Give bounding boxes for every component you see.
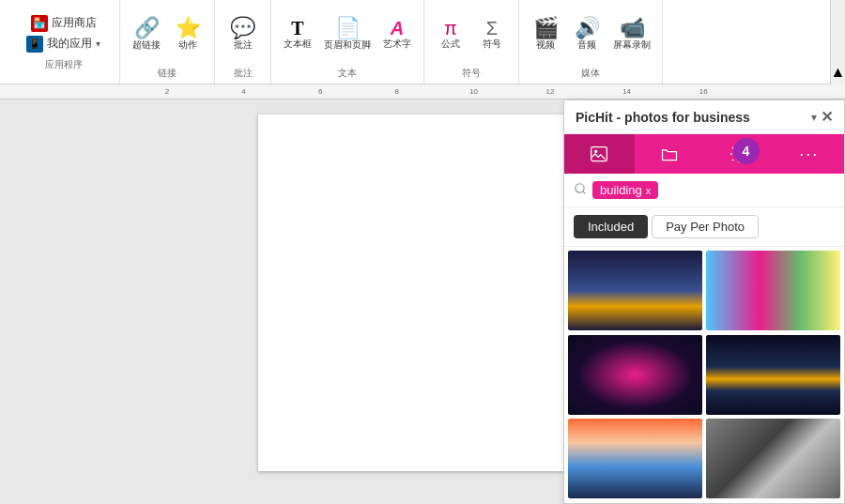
video-icon: 🎬 (533, 18, 559, 38)
photo-item-5[interactable] (568, 419, 702, 498)
ribbon-section-comments: 💬 批注 批注 (215, 0, 271, 84)
links-section-label: 链接 (158, 65, 177, 80)
document-page (258, 115, 587, 471)
toolbar-settings-button[interactable]: 4 (704, 134, 775, 174)
more-icon: ··· (799, 145, 819, 164)
main-area: PicHit - photos for business ▾ ✕ (0, 99, 845, 504)
art-text-label: 艺术字 (383, 38, 411, 51)
folder-icon (660, 145, 679, 163)
screen-record-button[interactable]: 📹 屏幕录制 (609, 16, 654, 53)
comment-icon: 💬 (230, 18, 255, 38)
formula-button[interactable]: π 公式 (432, 17, 469, 53)
hyperlink-button[interactable]: 🔗 超链接 (128, 16, 165, 53)
photo-item-3[interactable] (568, 335, 702, 415)
action-button[interactable]: ⭐ 动作 (169, 16, 207, 53)
tab-included[interactable]: Included (574, 215, 648, 238)
media-icons: 🎬 视频 🔊 音频 📹 屏幕录制 (527, 4, 654, 65)
app-store-button[interactable]: 🏪 应用商店 (27, 13, 100, 34)
svg-point-3 (576, 184, 584, 192)
photos-grid (564, 247, 844, 503)
photo-item-4[interactable] (706, 335, 840, 415)
links-icons: 🔗 超链接 ⭐ 动作 (128, 4, 207, 65)
ribbon-section-media: 🎬 视频 🔊 音频 📹 屏幕录制 媒体 (519, 0, 663, 84)
photo-item-1[interactable] (568, 251, 702, 330)
comment-label: 批注 (234, 38, 253, 52)
pichit-header-actions: ▾ ✕ (811, 108, 833, 126)
screen-record-icon: 📹 (620, 18, 645, 38)
search-tag-close-button[interactable]: x (646, 185, 652, 196)
text-section-label: 文本 (338, 65, 357, 80)
video-label: 视频 (536, 38, 555, 52)
symbol-label: 符号 (483, 38, 501, 51)
toolbar-folder-button[interactable] (635, 134, 705, 174)
ruler-tick-10: 10 (469, 87, 478, 96)
badge-count: 4 (733, 138, 760, 164)
ruler-marks: 2 4 6 8 10 12 14 16 (103, 84, 742, 99)
header-footer-button[interactable]: 📄 页眉和页脚 (320, 16, 375, 53)
pichit-header: PicHit - photos for business ▾ ✕ (564, 100, 844, 134)
action-label: 动作 (178, 38, 197, 52)
art-text-icon: A (391, 19, 404, 38)
ruler-tick-16: 16 (699, 87, 708, 96)
pichit-close-button[interactable]: ✕ (821, 108, 833, 126)
ribbon-section-text: T 文本框 📄 页眉和页脚 A 艺术字 文本 (271, 0, 424, 84)
pichit-search-bar: building x (564, 174, 844, 207)
search-tag-building[interactable]: building x (592, 181, 658, 199)
search-icon (574, 182, 587, 198)
app-store-icon: 🏪 (31, 15, 48, 32)
app-store-label: 应用商店 (52, 15, 97, 31)
ruler-tick-6: 6 (318, 87, 322, 96)
textbox-label: 文本框 (284, 38, 312, 51)
symbols-section-label: 符号 (462, 65, 481, 80)
audio-icon: 🔊 (575, 18, 600, 38)
audio-button[interactable]: 🔊 音频 (568, 16, 606, 53)
audio-label: 音频 (577, 38, 596, 52)
ribbon: 🏪 应用商店 📱 我的应用 ▾ 应用程序 🔗 超链接 ⭐ (0, 0, 845, 84)
action-icon: ⭐ (176, 18, 201, 38)
header-footer-icon: 📄 (335, 18, 361, 38)
ruler: 2 4 6 8 10 12 14 16 (0, 84, 845, 99)
screen-record-label: 屏幕录制 (613, 38, 651, 52)
ruler-tick-8: 8 (395, 87, 399, 96)
pichit-chevron-button[interactable]: ▾ (811, 111, 817, 124)
ruler-tick-14: 14 (622, 87, 631, 96)
ruler-tick-12: 12 (546, 87, 555, 96)
hyperlink-icon: 🔗 (134, 18, 160, 38)
svg-point-1 (594, 150, 597, 153)
text-icons: T 文本框 📄 页眉和页脚 A 艺术字 (279, 4, 416, 65)
photo-item-2[interactable] (706, 251, 840, 330)
photo-item-6[interactable] (706, 419, 840, 498)
comments-section-label: 批注 (234, 65, 253, 80)
my-apps-icon: 📱 (26, 36, 43, 53)
toolbar-photos-button[interactable] (564, 134, 635, 174)
formula-icon: π (444, 19, 457, 38)
art-text-button[interactable]: A 艺术字 (378, 17, 416, 53)
textbox-icon: T (291, 19, 303, 38)
ribbon-section-symbols: π 公式 Σ 符号 符号 (424, 0, 519, 84)
ribbon-section-apps: 🏪 应用商店 📱 我的应用 ▾ 应用程序 (8, 0, 120, 84)
search-tag-text: building (600, 183, 642, 197)
video-button[interactable]: 🎬 视频 (527, 16, 564, 53)
header-footer-label: 页眉和页脚 (324, 38, 371, 52)
hyperlink-label: 超链接 (132, 38, 161, 52)
formula-label: 公式 (441, 38, 460, 51)
ruler-tick-4: 4 (241, 87, 245, 96)
my-apps-button[interactable]: 📱 我的应用 ▾ (23, 34, 104, 54)
pichit-title: PicHit - photos for business (576, 110, 750, 125)
pichit-tabs: Included Pay Per Photo (564, 207, 844, 247)
toolbar-more-button[interactable]: ··· (775, 134, 845, 174)
comments-icons: 💬 批注 (224, 4, 262, 65)
pichit-panel: PicHit - photos for business ▾ ✕ (563, 99, 845, 504)
tab-pay-per-photo[interactable]: Pay Per Photo (652, 215, 759, 238)
my-apps-label: 我的应用 (47, 36, 92, 52)
ribbon-collapse-button[interactable]: ▲ (830, 0, 845, 84)
symbol-button[interactable]: Σ 符号 (473, 17, 511, 53)
ribbon-section-links: 🔗 超链接 ⭐ 动作 链接 (120, 0, 215, 84)
comment-button[interactable]: 💬 批注 (224, 16, 262, 53)
ruler-tick-2: 2 (165, 87, 169, 96)
pichit-toolbar: 4 ··· (564, 134, 844, 174)
textbox-button[interactable]: T 文本框 (279, 17, 316, 53)
svg-line-4 (583, 191, 586, 194)
photos-icon (590, 145, 608, 163)
ribbon-collapse-icon: ▲ (831, 64, 845, 81)
